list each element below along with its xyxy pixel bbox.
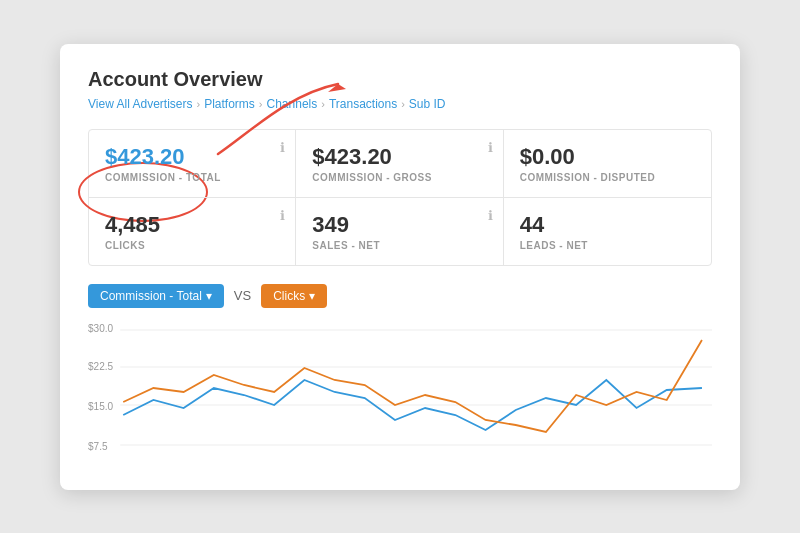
commission-gross-value: $423.20 (312, 144, 486, 170)
metrics-grid: $423.20 COMMISSION - TOTAL ℹ $423.20 COM… (88, 129, 712, 266)
commission-total-info-icon[interactable]: ℹ (280, 140, 285, 155)
leads-net-value: 44 (520, 212, 695, 238)
commission-chevron-icon: ▾ (206, 289, 212, 303)
chart-controls: Commission - Total ▾ VS Clicks ▾ (88, 284, 712, 308)
clicks-button-label: Clicks (273, 289, 305, 303)
leads-net-label: LEADS - NET (520, 240, 695, 251)
breadcrumb-sep-3: › (321, 98, 325, 110)
svg-text:$30.0: $30.0 (88, 323, 114, 334)
breadcrumb-item-1[interactable]: View All Advertisers (88, 97, 193, 111)
breadcrumb: View All Advertisers › Platforms › Chann… (88, 97, 712, 111)
clicks-label: CLICKS (105, 240, 279, 251)
clicks-button[interactable]: Clicks ▾ (261, 284, 327, 308)
metric-commission-total: $423.20 COMMISSION - TOTAL ℹ (89, 130, 296, 198)
metric-sales-net: 349 SALES - NET ℹ (296, 198, 503, 265)
breadcrumb-sep-2: › (259, 98, 263, 110)
commission-total-value: $423.20 (105, 144, 279, 170)
commission-button-label: Commission - Total (100, 289, 202, 303)
account-overview-card: Account Overview View All Advertisers › … (60, 44, 740, 490)
commission-gross-label: COMMISSION - GROSS (312, 172, 486, 183)
sales-net-info-icon[interactable]: ℹ (488, 208, 493, 223)
commission-total-button[interactable]: Commission - Total ▾ (88, 284, 224, 308)
svg-text:$22.5: $22.5 (88, 361, 114, 372)
breadcrumb-sep-1: › (197, 98, 201, 110)
svg-text:$7.5: $7.5 (88, 441, 108, 452)
breadcrumb-sep-4: › (401, 98, 405, 110)
svg-text:$15.0: $15.0 (88, 401, 114, 412)
chart-svg: $30.0 $22.5 $15.0 $7.5 (88, 320, 712, 470)
metric-clicks: 4,485 CLICKS ℹ (89, 198, 296, 265)
clicks-info-icon[interactable]: ℹ (280, 208, 285, 223)
breadcrumb-item-5[interactable]: Sub ID (409, 97, 446, 111)
metric-commission-disputed: $0.00 COMMISSION - DISPUTED (504, 130, 711, 198)
page-title: Account Overview (88, 68, 712, 91)
line-chart: $30.0 $22.5 $15.0 $7.5 (88, 320, 712, 470)
clicks-value: 4,485 (105, 212, 279, 238)
sales-net-value: 349 (312, 212, 486, 238)
sales-net-label: SALES - NET (312, 240, 486, 251)
vs-label: VS (234, 288, 251, 303)
commission-gross-info-icon[interactable]: ℹ (488, 140, 493, 155)
commission-disputed-value: $0.00 (520, 144, 695, 170)
clicks-chevron-icon: ▾ (309, 289, 315, 303)
metric-leads-net: 44 LEADS - NET (504, 198, 711, 265)
breadcrumb-item-4[interactable]: Transactions (329, 97, 397, 111)
breadcrumb-item-2[interactable]: Platforms (204, 97, 255, 111)
metric-commission-gross: $423.20 COMMISSION - GROSS ℹ (296, 130, 503, 198)
breadcrumb-item-3[interactable]: Channels (267, 97, 318, 111)
commission-total-label: COMMISSION - TOTAL (105, 172, 279, 183)
clicks-line (123, 340, 702, 432)
commission-disputed-label: COMMISSION - DISPUTED (520, 172, 695, 183)
